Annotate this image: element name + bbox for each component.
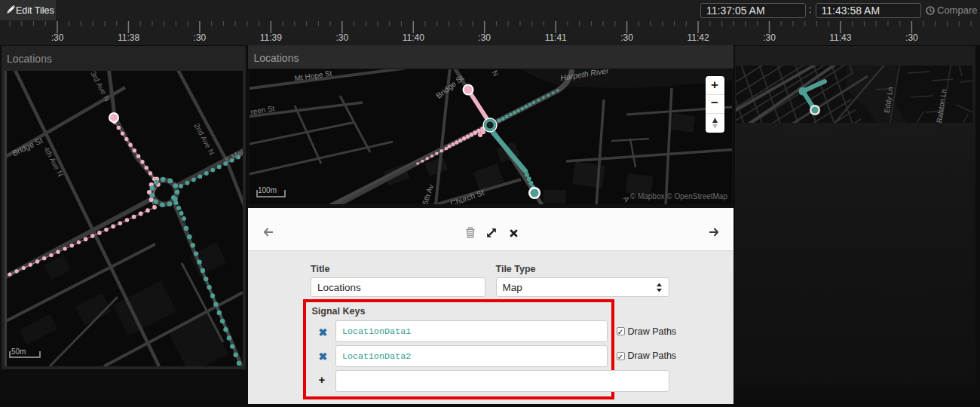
svg-text:11:41: 11:41 (545, 32, 567, 43)
svg-text::30: :30 (620, 32, 633, 43)
svg-text:11:38: 11:38 (118, 32, 139, 43)
svg-text::30: :30 (478, 32, 491, 43)
svg-text:11:42: 11:42 (688, 32, 709, 43)
svg-text::30: :30 (51, 32, 64, 43)
svg-text::30: :30 (335, 32, 348, 43)
svg-text::30: :30 (763, 32, 776, 43)
svg-text::30: :30 (905, 32, 918, 43)
svg-text:100m: 100m (258, 186, 277, 194)
svg-text:© Mapbox © OpenStreetMap: © Mapbox © OpenStreetMap (630, 192, 728, 200)
svg-text:11:39: 11:39 (260, 32, 282, 43)
svg-text::30: :30 (194, 32, 207, 43)
svg-text:11:43: 11:43 (829, 32, 851, 43)
svg-text:11:40: 11:40 (403, 32, 424, 43)
svg-text:50m: 50m (11, 347, 26, 356)
